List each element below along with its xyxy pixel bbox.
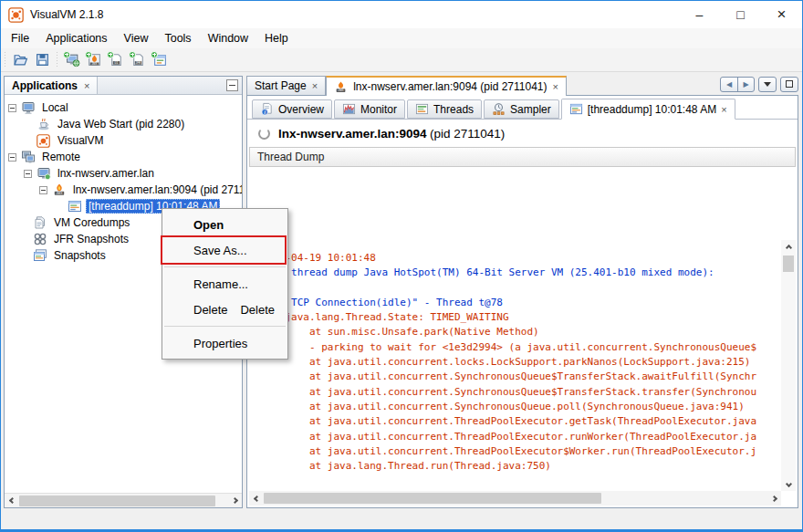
scrollbar-thumb[interactable] — [783, 256, 794, 272]
tree-item-remote[interactable]: Remote — [5, 149, 242, 165]
dump-line: at java.util.concurrent.SynchronousQueue… — [261, 370, 781, 384]
scroll-left-button[interactable] — [5, 494, 19, 508]
visualvm-logo-icon — [8, 7, 24, 23]
tree-item-java-web-start[interactable]: Java Web Start (pid 2280) — [5, 116, 242, 132]
tree-item-label: VM Coredumps — [51, 215, 132, 230]
add-snapshot-button[interactable] — [149, 50, 171, 70]
tab-applications[interactable]: Applications × — [5, 77, 98, 94]
overview-tab-label: Overview — [278, 103, 324, 116]
menu-view[interactable]: View — [116, 29, 157, 47]
plus-badge-icon — [85, 51, 92, 58]
threaddump-tab-label: [threaddump] 10:01:48 AM — [588, 103, 716, 116]
menu-window[interactable]: Window — [200, 29, 256, 47]
application-name: lnx-nwserv.amer.lan:9094 — [278, 127, 427, 141]
tab-list-dropdown-button[interactable] — [758, 77, 777, 92]
threads-tab-label: Threads — [433, 103, 474, 116]
collapse-expander-icon[interactable] — [39, 186, 47, 194]
scrollbar-thumb[interactable] — [19, 495, 215, 506]
tree-item-remote-host[interactable]: lnx-nwserv.amer.lan — [5, 165, 242, 182]
menubar: File Applications View Tools Window Help — [1, 28, 802, 48]
start-page-tab-label: Start Page — [255, 79, 307, 92]
dump-line: at java.lang.Thread.run(Thread.java:750) — [261, 459, 781, 474]
scroll-down-button[interactable] — [781, 476, 796, 491]
add-jmx-connection-button[interactable]: JMX — [83, 50, 105, 70]
svg-text:01: 01 — [114, 61, 118, 65]
dump-line: at java.util.concurrent.SynchronousQueue… — [261, 400, 781, 414]
save-button[interactable] — [31, 50, 53, 70]
context-menu-open[interactable]: Open — [162, 212, 287, 237]
visualvm-window: VisualVM 2.1.8 – □ × File Applications V… — [0, 0, 803, 532]
maximize-button[interactable]: □ — [720, 1, 761, 28]
menu-help[interactable]: Help — [256, 29, 297, 47]
panel-minimize-button[interactable] — [226, 79, 238, 91]
status-bar — [1, 511, 802, 529]
progress-spinner-icon — [258, 128, 270, 140]
sampler-icon — [492, 102, 506, 116]
dump-horizontal-scrollbar[interactable] — [249, 491, 781, 506]
scroll-right-button[interactable] — [766, 491, 781, 506]
menu-tools[interactable]: Tools — [156, 29, 199, 47]
tab-sampler[interactable]: Sampler — [484, 99, 559, 119]
threaddump-tab-close-icon[interactable]: × — [721, 104, 726, 115]
start-page-tab-close-icon[interactable]: × — [312, 80, 318, 91]
applications-horizontal-scrollbar[interactable] — [5, 493, 242, 507]
jfr-snapshots-icon — [32, 232, 47, 246]
minimize-button[interactable]: – — [679, 1, 720, 28]
scroll-tabs-right-button[interactable]: ▶ — [737, 78, 754, 91]
application-pid: (pid 2711041) — [430, 127, 505, 141]
scrollbar-thumb[interactable] — [264, 493, 601, 504]
collapse-expander-icon[interactable] — [8, 104, 16, 112]
open-snapshot-button[interactable] — [9, 50, 31, 70]
close-button[interactable]: × — [761, 1, 802, 28]
threaddump-tab-icon — [569, 102, 583, 116]
scroll-tabs-left-button[interactable]: ◀ — [721, 78, 737, 91]
add-jfr-snapshot-button[interactable]: JFR — [127, 50, 149, 70]
tree-item-jmx-application[interactable]: JMX lnx-nwserv.amer.lan:9094 (pid 271104… — [5, 182, 242, 198]
scroll-up-button[interactable] — [781, 240, 796, 255]
tab-overview[interactable]: i Overview — [252, 99, 332, 119]
tab-start-page[interactable]: Start Page × — [246, 76, 326, 95]
jmx-tab-label: lnx-nwserv.amer.lan:9094 (pid 2711041) — [353, 80, 547, 93]
context-menu-delete[interactable]: Delete Delete — [162, 297, 287, 322]
tab-threads[interactable]: Threads — [407, 99, 482, 119]
jmx-tab-close-icon[interactable]: × — [552, 81, 558, 92]
titlebar: VisualVM 2.1.8 – □ × — [1, 1, 802, 28]
tree-item-visualvm[interactable]: VisualVM — [5, 132, 242, 149]
toolbar-grip — [4, 52, 6, 68]
dump-line: at sun.misc.Unsafe.park(Native Method) — [261, 325, 781, 339]
add-remote-host-button[interactable] — [61, 50, 83, 70]
monitor-icon — [342, 102, 356, 116]
menu-applications[interactable]: Applications — [37, 29, 115, 47]
svg-text:JMX: JMX — [56, 192, 63, 195]
dump-vertical-scrollbar[interactable] — [781, 240, 796, 491]
add-vm-coredump-button[interactable]: 01 — [105, 50, 127, 70]
menu-file[interactable]: File — [3, 29, 37, 47]
remote-host-icon — [36, 166, 51, 181]
sampler-tab-label: Sampler — [510, 103, 551, 116]
applications-tab-close-icon[interactable]: × — [84, 80, 89, 91]
collapse-expander-icon[interactable] — [8, 153, 16, 162]
tab-monitor[interactable]: Monitor — [334, 99, 405, 119]
context-menu-save-as[interactable]: Save As... — [162, 237, 287, 263]
jmx-flame-icon: JMX — [334, 80, 348, 94]
dump-line: at java.util.concurrent.locks.LockSuppor… — [261, 355, 781, 370]
tab-jmx-application[interactable]: JMX lnx-nwserv.amer.lan:9094 (pid 271104… — [326, 76, 567, 96]
plus-badge-icon — [129, 51, 136, 58]
plus-badge-icon — [63, 51, 70, 58]
scroll-right-button[interactable] — [227, 494, 242, 508]
tree-item-local[interactable]: Local — [5, 99, 242, 116]
tree-item-label: Snapshots — [51, 248, 109, 263]
context-menu-rename[interactable]: Rename... — [162, 271, 287, 297]
context-menu-properties[interactable]: Properties — [162, 330, 287, 356]
menu-separator — [164, 266, 286, 267]
dump-line — [261, 474, 781, 488]
scroll-left-button[interactable] — [249, 491, 264, 506]
save-icon — [35, 52, 50, 68]
window-title: VisualVM 2.1.8 — [30, 8, 104, 21]
tree-item-label: JFR Snapshots — [51, 232, 131, 246]
svg-text:JMX: JMX — [91, 62, 97, 66]
collapse-expander-icon[interactable] — [24, 170, 32, 178]
tab-threaddump[interactable]: [threaddump] 10:01:48 AM × — [561, 99, 735, 120]
maximize-view-button[interactable] — [780, 77, 798, 92]
dump-line: java.lang.Thread.State: TIMED_WAITING — [261, 310, 781, 325]
